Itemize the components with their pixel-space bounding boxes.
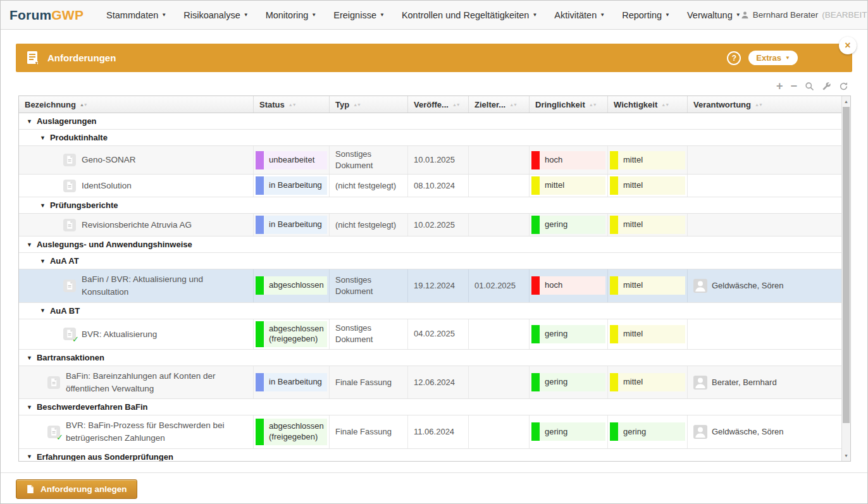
requirement-row[interactable]: BaFin / BVR: Aktualisierung und Konsulta… xyxy=(19,269,841,302)
type-value: (nicht festgelegt) xyxy=(330,217,402,233)
requirement-row[interactable]: BaFin: Bareinzahlungen auf Konten der öf… xyxy=(19,366,841,399)
column-header-due[interactable]: Zielter...▲▼ xyxy=(469,96,530,113)
footer-bar: Anforderung anlegen xyxy=(1,472,867,503)
scroll-up-icon[interactable]: ▲ xyxy=(842,99,850,104)
chevron-down-icon: ▼ xyxy=(532,13,537,18)
group-row[interactable]: ▼Auslagerungen xyxy=(19,113,841,130)
scrollbar-thumb[interactable] xyxy=(843,107,850,423)
urgency-badge: gering xyxy=(531,373,605,391)
collapse-icon[interactable]: ▼ xyxy=(27,118,32,125)
requirement-row[interactable]: ✓BVR: BaFin-Prozess für Beschwerden bei … xyxy=(19,415,841,448)
column-header-typ[interactable]: Typ▲▼ xyxy=(330,96,408,113)
check-icon: ✓ xyxy=(72,335,79,344)
collapse-icon[interactable]: ▼ xyxy=(40,202,46,209)
requirement-name: BVR: Aktualisierung xyxy=(82,324,162,345)
group-label: Bartransaktionen xyxy=(37,353,104,362)
severity-color-bar xyxy=(531,216,540,234)
table-body: ▼Auslagerungen▼ProduktinhalteGeno-SONARu… xyxy=(19,113,841,462)
severity-color-bar xyxy=(610,325,618,343)
nav-item-stammdaten[interactable]: Stammdaten▼ xyxy=(106,10,166,20)
column-header-status[interactable]: Status▲▼ xyxy=(254,96,330,113)
group-label: AuA AT xyxy=(50,256,79,266)
group-row[interactable]: ▼Erfahrungen aus Sonderprüfungen xyxy=(19,449,841,462)
chevron-down-icon: ▼ xyxy=(665,13,670,18)
group-row[interactable]: ▼AuA BT xyxy=(19,303,841,319)
column-header-imp[interactable]: Wichtigkeit▲▼ xyxy=(608,96,688,113)
user-menu[interactable]: Bernhard Berater (BEARBEITER) ▼ xyxy=(741,10,868,20)
severity-color-bar xyxy=(610,373,618,391)
panel-header-actions: ? Extras ▼ xyxy=(727,51,798,65)
type-value: Sonstiges Dokument xyxy=(330,320,407,348)
collapse-icon[interactable]: ▼ xyxy=(27,404,32,410)
nav-item-kontrollen-und-regelt-tigkeiten[interactable]: Kontrollen und Regeltätigkeiten▼ xyxy=(402,10,537,20)
group-label: Prüfungsberichte xyxy=(50,200,118,210)
panel-header: Anforderungen ? Extras ▼ × xyxy=(16,44,852,72)
severity-color-bar xyxy=(256,276,264,295)
expand-all-plus-icon[interactable]: + xyxy=(776,81,783,91)
nav-item-verwaltung[interactable]: Verwaltung▼ xyxy=(687,10,741,20)
check-icon: ✓ xyxy=(56,433,63,442)
help-button[interactable]: ? xyxy=(727,51,741,65)
collapse-icon[interactable]: ▼ xyxy=(27,355,32,361)
grid-toolbar: + − xyxy=(776,81,848,91)
type-value: (nicht festgelegt) xyxy=(330,178,402,194)
status-badge: abgeschlossen (freigegeben) xyxy=(256,321,327,348)
severity-color-bar xyxy=(531,325,540,343)
status-badge: in Bearbeitung xyxy=(256,216,327,234)
collapse-icon[interactable]: ▼ xyxy=(27,242,32,248)
published-date: 11.06.2024 xyxy=(408,424,460,440)
severity-color-bar xyxy=(256,176,264,195)
severity-color-bar xyxy=(610,216,618,234)
severity-color-bar xyxy=(610,422,618,441)
document-icon xyxy=(63,280,76,292)
search-icon[interactable] xyxy=(805,82,814,91)
collapse-icon[interactable]: ▼ xyxy=(40,258,46,264)
severity-color-bar xyxy=(531,176,540,195)
group-row[interactable]: ▼Beschwerdeverfahren BaFin xyxy=(19,399,841,415)
requirement-name: BaFin: Bareinzahlungen auf Konten der öf… xyxy=(66,366,253,398)
extras-button[interactable]: Extras ▼ xyxy=(748,51,798,65)
group-row[interactable]: ▼Bartransaktionen xyxy=(19,350,841,366)
column-header-resp[interactable]: Verantwortung▲▼ xyxy=(688,96,841,113)
group-row[interactable]: ▼Auslegungs- und Anwendungshinweise xyxy=(19,237,841,253)
requirement-row[interactable]: Revisionsberichte Atruvia AGin Bearbeitu… xyxy=(19,214,841,237)
vertical-scrollbar[interactable]: ▲ ▼ xyxy=(841,96,850,461)
table-header: Bezeichnung▲▼Status▲▼Typ▲▼Veröffe...▲▼Zi… xyxy=(19,96,841,113)
published-date: 10.02.2025 xyxy=(408,217,461,233)
group-row[interactable]: ▼Prüfungsberichte xyxy=(19,197,841,214)
close-button[interactable]: × xyxy=(839,37,857,54)
group-row[interactable]: ▼AuA AT xyxy=(19,253,841,269)
severity-color-bar xyxy=(610,151,618,169)
nav-item-reporting[interactable]: Reporting▼ xyxy=(622,10,670,20)
scroll-down-icon[interactable]: ▼ xyxy=(842,453,850,458)
create-requirement-button[interactable]: Anforderung anlegen xyxy=(16,479,137,499)
severity-color-bar xyxy=(256,419,264,445)
wrench-icon[interactable] xyxy=(822,82,831,91)
column-header-pub[interactable]: Veröffe...▲▼ xyxy=(408,96,469,113)
importance-badge: mittel xyxy=(610,151,685,169)
refresh-icon[interactable] xyxy=(839,82,848,91)
group-row[interactable]: ▼Produktinhalte xyxy=(19,130,841,146)
requirement-row[interactable]: Geno-SONARunbearbeitetSonstiges Dokument… xyxy=(19,146,841,175)
collapse-all-minus-icon[interactable]: − xyxy=(790,81,797,91)
nav-item-risikoanalyse[interactable]: Risikoanalyse▼ xyxy=(183,10,248,20)
top-nav: ForumGWP Stammdaten▼Risikoanalyse▼Monito… xyxy=(1,1,867,30)
requirement-row[interactable]: IdentSolutionin Bearbeitung(nicht festge… xyxy=(19,175,841,197)
app-logo[interactable]: ForumGWP xyxy=(9,8,84,23)
collapse-icon[interactable]: ▼ xyxy=(40,135,46,141)
document-icon xyxy=(47,376,60,389)
column-header-urg[interactable]: Dringlichkeit▲▼ xyxy=(530,96,608,113)
sort-icons: ▲▼ xyxy=(661,102,669,107)
nav-item-ereignisse[interactable]: Ereignisse▼ xyxy=(333,10,385,20)
requirement-row[interactable]: ✓BVR: Aktualisierungabgeschlossen (freig… xyxy=(19,319,841,350)
importance-badge: mittel xyxy=(610,276,685,295)
nav-item-aktivit-ten[interactable]: Aktivitäten▼ xyxy=(554,10,605,20)
nav-item-monitoring[interactable]: Monitoring▼ xyxy=(266,10,317,20)
type-value: Finale Fassung xyxy=(330,374,397,391)
importance-badge: mittel xyxy=(610,373,685,391)
group-label: AuA BT xyxy=(50,306,80,316)
column-header-name[interactable]: Bezeichnung▲▼ xyxy=(19,96,254,113)
collapse-icon[interactable]: ▼ xyxy=(27,453,32,460)
document-icon xyxy=(63,180,76,192)
collapse-icon[interactable]: ▼ xyxy=(40,307,46,314)
